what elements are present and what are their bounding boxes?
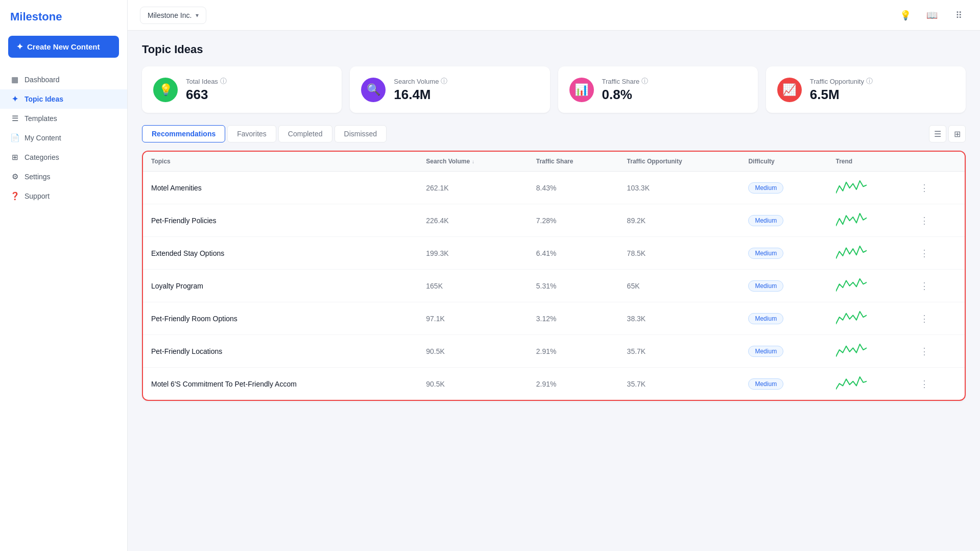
actions-cell: ⋮ xyxy=(907,335,965,368)
tab-dismissed[interactable]: Dismissed xyxy=(334,125,387,142)
table-row: Loyalty Program 165K 5.31% 65K Medium ⋮ xyxy=(143,270,965,302)
chevron-down-icon: ▾ xyxy=(196,12,199,19)
traffic-opportunity-cell: 103.3K xyxy=(619,172,740,204)
difficulty-cell: Medium xyxy=(740,335,827,368)
search-volume-cell: 90.5K xyxy=(418,368,528,400)
difficulty-badge: Medium xyxy=(748,378,783,390)
difficulty-badge: Medium xyxy=(748,215,783,226)
info-icon-total-ideas[interactable]: ⓘ xyxy=(220,77,227,86)
sidebar-item-dashboard[interactable]: ▦ Dashboard xyxy=(0,70,127,89)
topic-name: Pet-Friendly Locations xyxy=(143,335,418,368)
difficulty-badge: Medium xyxy=(748,182,783,194)
search-volume-cell: 226.4K xyxy=(418,204,528,237)
search-stat-icon: 🔍 xyxy=(361,78,386,102)
stat-label-total-ideas: Total Ideas ⓘ xyxy=(186,77,227,86)
stat-label-traffic-share: Traffic Share ⓘ xyxy=(602,77,649,86)
sidebar-item-my-content[interactable]: 📄 My Content xyxy=(0,128,127,148)
book-icon[interactable]: 📖 xyxy=(923,6,941,25)
row-more-button[interactable]: ⋮ xyxy=(916,311,933,326)
trend-sparkline xyxy=(836,310,867,325)
stat-card-search-volume: 🔍 Search Volume ⓘ 16.4M xyxy=(350,66,549,113)
col-header-search-volume[interactable]: Search Volume↓ xyxy=(418,152,528,172)
sidebar-item-label: Templates xyxy=(25,114,57,123)
info-icon-traffic-opportunity[interactable]: ⓘ xyxy=(866,77,873,86)
create-button-label: Create New Content xyxy=(27,42,100,51)
tab-recommendations[interactable]: Recommendations xyxy=(142,125,225,142)
list-view-button[interactable]: ☰ xyxy=(929,125,946,142)
actions-cell: ⋮ xyxy=(907,172,965,204)
search-volume-cell: 97.1K xyxy=(418,302,528,335)
search-volume-cell: 165K xyxy=(418,270,528,302)
difficulty-cell: Medium xyxy=(740,172,827,204)
traffic-share-cell: 8.43% xyxy=(528,172,619,204)
topic-name: Pet-Friendly Room Options xyxy=(143,302,418,335)
row-more-button[interactable]: ⋮ xyxy=(916,213,933,228)
trend-cell xyxy=(828,237,907,270)
table-row: Pet-Friendly Room Options 97.1K 3.12% 38… xyxy=(143,302,965,335)
org-selector[interactable]: Milestone Inc. ▾ xyxy=(140,7,206,24)
row-more-button[interactable]: ⋮ xyxy=(916,246,933,261)
pie-stat-icon: 📊 xyxy=(569,78,594,102)
stat-card-traffic-opportunity: 📈 Traffic Opportunity ⓘ 6.5M xyxy=(766,66,966,113)
stat-card-traffic-share: 📊 Traffic Share ⓘ 0.8% xyxy=(558,66,758,113)
bulb-stat-icon: 💡 xyxy=(153,78,178,102)
main-content: Milestone Inc. ▾ 💡 📖 ⠿ Topic Ideas 💡 Tot… xyxy=(128,0,980,551)
trend-sparkline xyxy=(836,212,867,227)
grid-icon[interactable]: ⠿ xyxy=(949,6,968,25)
trend-cell xyxy=(828,270,907,302)
stat-value-traffic-opportunity: 6.5M xyxy=(810,87,873,103)
table-row: Motel 6'S Commitment To Pet-Friendly Acc… xyxy=(143,368,965,400)
sidebar-item-label: Categories xyxy=(25,153,59,161)
bulb-icon[interactable]: 💡 xyxy=(896,6,915,25)
table-row: Motel Amenities 262.1K 8.43% 103.3K Medi… xyxy=(143,172,965,204)
col-label-search-volume: Search Volume xyxy=(426,158,470,165)
org-name: Milestone Inc. xyxy=(148,11,192,19)
row-more-button[interactable]: ⋮ xyxy=(916,278,933,294)
info-icon-traffic-share[interactable]: ⓘ xyxy=(641,77,648,86)
sidebar-item-topic-ideas[interactable]: ✦ Topic Ideas xyxy=(0,89,127,109)
trend-sparkline xyxy=(836,343,867,357)
difficulty-cell: Medium xyxy=(740,270,827,302)
traffic-opportunity-cell: 38.3K xyxy=(619,302,740,335)
sidebar-item-categories[interactable]: ⊞ Categories xyxy=(0,148,127,167)
actions-cell: ⋮ xyxy=(907,204,965,237)
grid-icon: ▦ xyxy=(10,75,19,84)
table-row: Pet-Friendly Policies 226.4K 7.28% 89.2K… xyxy=(143,204,965,237)
stat-info-total-ideas: Total Ideas ⓘ 663 xyxy=(186,77,227,103)
traffic-opportunity-cell: 89.2K xyxy=(619,204,740,237)
sidebar-item-label: Dashboard xyxy=(25,76,60,84)
trend-cell xyxy=(828,368,907,400)
grid-view-button[interactable]: ⊞ xyxy=(948,125,966,142)
view-toggle: ☰ ⊞ xyxy=(929,125,966,142)
difficulty-cell: Medium xyxy=(740,237,827,270)
row-more-button[interactable]: ⋮ xyxy=(916,376,933,392)
table-body: Motel Amenities 262.1K 8.43% 103.3K Medi… xyxy=(143,172,965,400)
search-volume-cell: 199.3K xyxy=(418,237,528,270)
stat-info-traffic-opportunity: Traffic Opportunity ⓘ 6.5M xyxy=(810,77,873,103)
doc-icon: ☰ xyxy=(10,114,19,123)
sidebar-item-settings[interactable]: ⚙ Settings xyxy=(0,167,127,186)
col-header-traffic-opportunity: Traffic Opportunity xyxy=(619,152,740,172)
stat-label-traffic-opportunity: Traffic Opportunity ⓘ xyxy=(810,77,873,86)
tab-completed[interactable]: Completed xyxy=(278,125,332,142)
sidebar-item-support[interactable]: ❓ Support xyxy=(0,186,127,206)
traffic-share-cell: 6.41% xyxy=(528,237,619,270)
create-new-content-button[interactable]: ✦ Create New Content xyxy=(8,36,119,58)
difficulty-cell: Medium xyxy=(740,368,827,400)
row-more-button[interactable]: ⋮ xyxy=(916,344,933,359)
topic-name: Loyalty Program xyxy=(143,270,418,302)
file-icon: 📄 xyxy=(10,133,19,142)
info-icon-search-volume[interactable]: ⓘ xyxy=(441,77,447,86)
row-more-button[interactable]: ⋮ xyxy=(916,180,933,196)
trend-cell xyxy=(828,172,907,204)
col-label-topics: Topics xyxy=(151,158,171,165)
col-header-trend: Trend xyxy=(828,152,907,172)
table-row: Extended Stay Options 199.3K 6.41% 78.5K… xyxy=(143,237,965,270)
tab-favorites[interactable]: Favorites xyxy=(227,125,276,142)
sparkle-icon: ✦ xyxy=(16,42,23,52)
trend-cell xyxy=(828,302,907,335)
table-header: TopicsSearch Volume↓Traffic ShareTraffic… xyxy=(143,152,965,172)
trend-cell xyxy=(828,335,907,368)
sidebar-item-templates[interactable]: ☰ Templates xyxy=(0,109,127,128)
stat-value-search-volume: 16.4M xyxy=(394,87,447,103)
